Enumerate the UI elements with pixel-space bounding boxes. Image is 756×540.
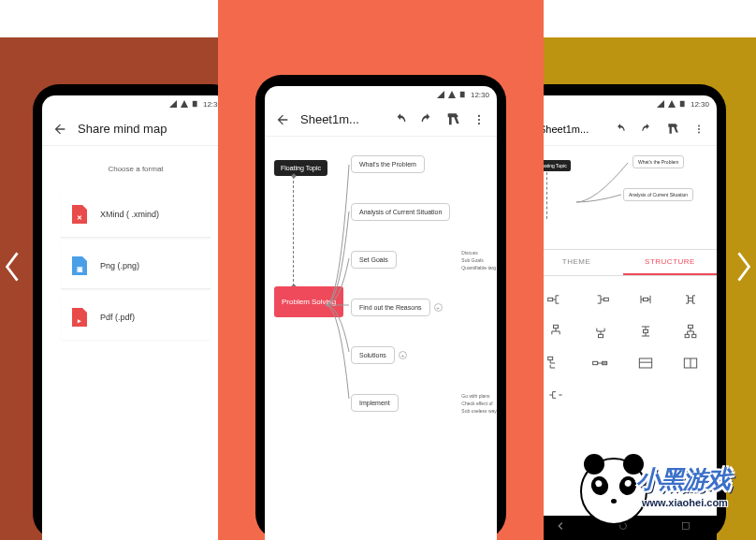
undo-button[interactable]	[612, 121, 629, 138]
svg-point-8	[698, 131, 700, 133]
site-logo: 小黑游戏 www.xiaohei.com	[580, 458, 749, 533]
logo-url: www.xiaohei.com	[642, 497, 728, 508]
carousel-next-button[interactable]	[734, 248, 754, 285]
wifi-icon	[448, 91, 456, 98]
slide-mindmap: 12:30 Sheet1m... Floating Topic Problem …	[218, 0, 544, 540]
structure-option[interactable]	[582, 319, 619, 343]
logo-text: 小黑游戏	[636, 463, 730, 496]
battery-icon	[459, 91, 467, 98]
svg-rect-10	[603, 298, 608, 300]
structure-option[interactable]	[627, 287, 664, 312]
svg-rect-5	[680, 101, 685, 107]
branch-item[interactable]: Solutions+	[351, 346, 450, 364]
wifi-icon	[668, 100, 676, 108]
branch-item[interactable]: Analysis of Current Situation	[623, 188, 693, 201]
branch-item[interactable]: Analysis of Current Situation	[351, 203, 450, 221]
relationship-link	[546, 172, 547, 219]
redo-button[interactable]	[418, 111, 435, 128]
wifi-icon	[181, 100, 188, 108]
format-label: Png (.png)	[100, 261, 139, 270]
branch-connectors	[576, 155, 632, 221]
structure-option[interactable]	[672, 319, 709, 343]
tab-structure[interactable]: STRUCTURE	[623, 250, 717, 275]
app-bar: Share mind map	[42, 112, 218, 146]
app-bar: Sheet1m...	[265, 103, 497, 137]
redo-button[interactable]	[638, 121, 655, 138]
undo-button[interactable]	[392, 111, 409, 128]
branch-item[interactable]: Implement Go with plans Check effect of …	[351, 394, 450, 412]
choose-format-label: Choose a format	[42, 165, 218, 173]
format-png[interactable]: ▣ Png (.png)	[61, 243, 211, 289]
relationship-link	[293, 176, 294, 286]
more-button[interactable]	[691, 121, 707, 138]
structure-option[interactable]	[544, 319, 574, 343]
tab-theme[interactable]: THEME	[544, 250, 623, 275]
status-bar: 12:30	[42, 95, 218, 112]
slide-share: 12:30 Share mind map Choose a format ✕ X…	[0, 37, 218, 540]
nav-back[interactable]	[554, 519, 567, 536]
structure-option[interactable]	[582, 287, 619, 312]
structure-grid	[544, 276, 717, 418]
file-icon-pdf: ▸	[72, 308, 87, 327]
signal-icon	[437, 91, 444, 98]
structure-option[interactable]	[544, 287, 574, 312]
structure-option[interactable]	[672, 287, 709, 312]
branch-item[interactable]: What's the Problem	[351, 155, 450, 173]
sheet-title: Sheet1m...	[544, 124, 603, 135]
format-button[interactable]	[664, 121, 681, 138]
format-xmind[interactable]: ✕ XMind ( .xmind)	[61, 192, 211, 238]
svg-point-7	[698, 128, 700, 130]
back-button[interactable]	[51, 121, 68, 138]
structure-option[interactable]	[582, 351, 619, 375]
status-bar: 12:30	[265, 86, 497, 103]
signal-icon	[169, 100, 177, 108]
carousel-prev-button[interactable]	[2, 248, 22, 285]
structure-option[interactable]	[627, 319, 664, 343]
expand-icon[interactable]: +	[399, 351, 407, 359]
battery-icon	[679, 100, 687, 108]
sub-topics: Discuss Sub Goals Quantifiable targ	[461, 249, 496, 271]
branch-item[interactable]: What's the Problem	[632, 155, 684, 168]
format-label: XMind ( .xmind)	[100, 210, 159, 219]
svg-rect-11	[644, 298, 648, 300]
format-list: ✕ XMind ( .xmind) ▣ Png (.png) ▸ Pdf (.p…	[42, 192, 218, 340]
svg-rect-19	[548, 357, 553, 359]
svg-rect-15	[644, 329, 648, 332]
expand-icon[interactable]: +	[434, 303, 443, 312]
format-button[interactable]	[444, 111, 461, 128]
svg-point-6	[698, 124, 700, 126]
floating-topic[interactable]: Floating Topic	[274, 160, 327, 176]
structure-option[interactable]	[672, 351, 709, 375]
svg-rect-22	[639, 358, 651, 368]
structure-option[interactable]	[544, 383, 574, 407]
floating-topic[interactable]: Floating Topic	[544, 160, 571, 171]
svg-rect-0	[193, 101, 197, 107]
structure-option[interactable]	[544, 351, 574, 375]
panel-tabs: THEME STRUCTURE	[544, 249, 717, 276]
phone-screen: 12:30 Share mind map Choose a format ✕ X…	[42, 95, 218, 540]
page-title: Share mind map	[78, 122, 218, 136]
svg-rect-16	[689, 325, 693, 328]
svg-point-3	[478, 118, 480, 120]
branch-item[interactable]: Find out the Reasons+	[351, 299, 450, 316]
mindmap-canvas[interactable]: Floating Topic Problem Solving What's th…	[265, 137, 497, 540]
svg-point-2	[478, 114, 480, 116]
branch-item[interactable]: Set Goals Discuss Sub Goals Quantifiable…	[351, 251, 450, 269]
structure-option[interactable]	[627, 351, 664, 375]
mindmap-canvas[interactable]: Floating Topic What's the Problem Analys…	[544, 146, 717, 249]
file-icon-png: ▣	[72, 256, 87, 275]
format-label: Pdf (.pdf)	[100, 313, 135, 322]
svg-rect-13	[554, 325, 559, 328]
branch-list: What's the Problem Analysis of Current S…	[351, 155, 450, 429]
sheet-title: Sheet1m...	[300, 112, 383, 126]
status-time: 12:30	[691, 100, 709, 109]
more-button[interactable]	[471, 111, 487, 128]
phone-screen: 12:30 Sheet1m... Floating Topic Problem …	[265, 86, 497, 540]
phone-frame: 12:30 Sheet1m... Floating Topic Problem …	[255, 75, 506, 540]
signal-icon	[657, 100, 664, 108]
svg-rect-17	[685, 334, 689, 337]
back-button[interactable]	[274, 111, 291, 128]
format-pdf[interactable]: ▸ Pdf (.pdf)	[61, 295, 211, 340]
app-bar: Sheet1m...	[544, 112, 717, 146]
sub-topics: Go with plans Check effect of Sub useles…	[461, 392, 497, 415]
